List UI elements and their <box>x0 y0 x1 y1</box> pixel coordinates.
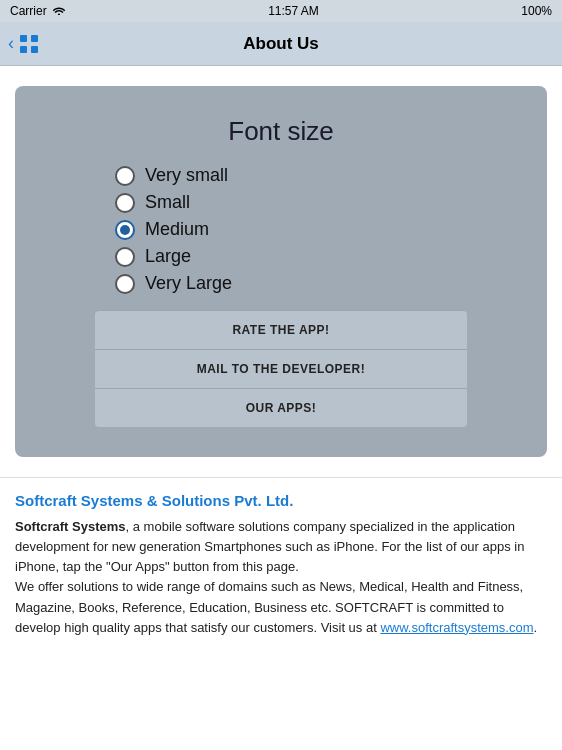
action-button-2[interactable]: MAIL TO THE DEVELOPER! <box>95 349 467 388</box>
radio-item-very-large[interactable]: Very Large <box>115 273 507 294</box>
action-button-1[interactable]: RATE THE APP! <box>95 310 467 349</box>
svg-rect-1 <box>20 35 27 42</box>
status-time: 11:57 AM <box>268 4 319 18</box>
radio-label: Small <box>145 192 190 213</box>
chevron-left-icon: ‹ <box>8 33 14 54</box>
font-size-title: Font size <box>55 116 507 147</box>
content-area: Font size Very smallSmallMediumLargeVery… <box>0 66 562 750</box>
radio-item-very-small[interactable]: Very small <box>115 165 507 186</box>
page-title: About Us <box>243 34 319 54</box>
grid-icon <box>18 33 40 55</box>
radio-circle <box>115 193 135 213</box>
nav-bar: ‹ About Us <box>0 22 562 66</box>
status-bar: Carrier 11:57 AM 100% <box>0 0 562 22</box>
action-button-3[interactable]: OUR APPS! <box>95 388 467 427</box>
radio-item-small[interactable]: Small <box>115 192 507 213</box>
company-name-inline: Softcraft Systems <box>15 519 126 534</box>
carrier-label: Carrier <box>10 4 47 18</box>
back-button[interactable]: ‹ <box>8 33 40 55</box>
font-size-radio-group: Very smallSmallMediumLargeVery Large <box>55 165 507 294</box>
radio-circle <box>115 166 135 186</box>
radio-item-large[interactable]: Large <box>115 246 507 267</box>
svg-rect-3 <box>20 46 27 53</box>
radio-label: Very small <box>145 165 228 186</box>
radio-item-medium[interactable]: Medium <box>115 219 507 240</box>
radio-label: Large <box>145 246 191 267</box>
radio-circle <box>115 220 135 240</box>
action-buttons: RATE THE APP!MAIL TO THE DEVELOPER!OUR A… <box>95 310 467 427</box>
wifi-icon <box>52 4 66 18</box>
radio-circle <box>115 247 135 267</box>
radio-label: Medium <box>145 219 209 240</box>
svg-rect-4 <box>31 46 38 53</box>
company-link[interactable]: www.softcraftsystems.com <box>380 620 533 635</box>
company-description: Softcraft Systems, a mobile software sol… <box>15 517 547 638</box>
svg-point-0 <box>58 14 60 16</box>
status-left: Carrier <box>10 4 66 18</box>
svg-rect-2 <box>31 35 38 42</box>
company-section: Softcraft Systems & Solutions Pvt. Ltd. … <box>0 477 562 648</box>
radio-label: Very Large <box>145 273 232 294</box>
radio-circle <box>115 274 135 294</box>
status-battery: 100% <box>521 4 552 18</box>
font-size-panel: Font size Very smallSmallMediumLargeVery… <box>15 86 547 457</box>
company-name: Softcraft Systems & Solutions Pvt. Ltd. <box>15 492 547 509</box>
